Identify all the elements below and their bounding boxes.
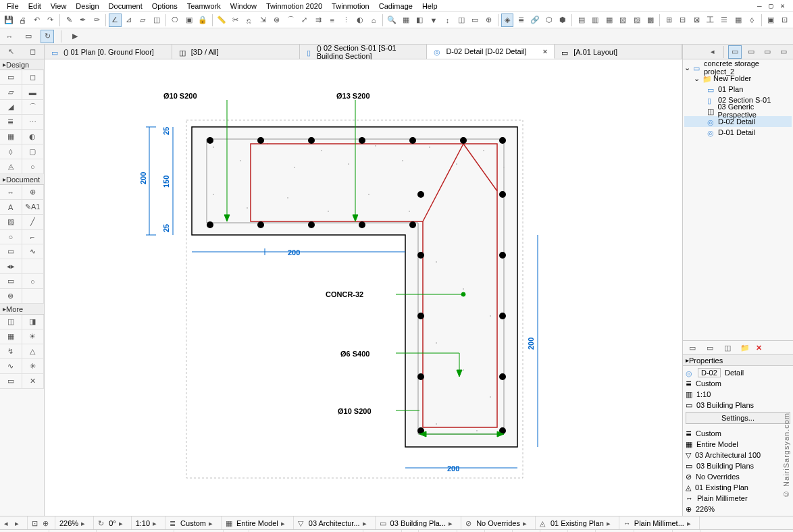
roof-tool-icon[interactable]: ◢ — [0, 100, 22, 115]
quick-exist[interactable]: ◬01 Existing Plan — [686, 482, 790, 493]
scale-value[interactable]: 1:10 — [136, 519, 150, 527]
view1-icon[interactable]: ▤ — [575, 14, 587, 27]
quick-override[interactable]: ⊘No Overrides — [686, 471, 790, 482]
line-tool-icon[interactable]: ╱ — [22, 215, 45, 230]
pointer-mode-icon[interactable]: ↔︎ — [3, 30, 16, 43]
find-icon[interactable]: 🔍 — [386, 14, 398, 27]
menu-window[interactable]: Window — [226, 2, 261, 10]
input-mode-icon[interactable]: ▭ — [22, 30, 35, 43]
dim-value[interactable]: Plain Millimet... — [634, 519, 684, 527]
view3-icon[interactable]: ▦ — [603, 14, 615, 27]
roof-icon[interactable]: ⌂ — [367, 14, 380, 27]
zoom-in-icon[interactable]: ⊕ — [43, 519, 51, 527]
quick-zoom[interactable]: ⊕226% — [686, 504, 790, 514]
intersect-icon[interactable]: ⊗ — [270, 14, 282, 27]
layer-icon[interactable]: ≣ — [515, 14, 527, 27]
view5-icon[interactable]: ▨ — [630, 14, 642, 27]
menu-help[interactable]: Help — [418, 2, 442, 10]
order-icon[interactable]: ↕ — [441, 14, 453, 27]
resize-icon[interactable]: ⤢ — [298, 14, 310, 27]
menu-twinmotion[interactable]: Twinmotion — [328, 2, 374, 10]
view2-icon[interactable]: ▥ — [589, 14, 601, 27]
column-tool-icon[interactable]: ◻ — [22, 70, 45, 85]
tree-item-plan[interactable]: ▭01 Plan — [684, 84, 792, 95]
tab-plan[interactable]: ▭ () 01 Plan [0. Ground Floor] — [45, 45, 172, 59]
override-value[interactable]: No Overrides — [476, 519, 520, 527]
drawing-canvas[interactable]: Ø10 S200 Ø13 S200 CONCR-32 Ø6 S400 Ø10 S… — [45, 59, 682, 516]
save-icon[interactable]: 💾 — [3, 14, 15, 27]
poly-icon[interactable]: ▱ — [136, 14, 149, 27]
menu-document[interactable]: Document — [105, 2, 147, 10]
menu-teamwork[interactable]: Teamwork — [183, 2, 225, 10]
angle-value[interactable]: 0° — [109, 519, 116, 527]
onscreen-icon[interactable]: ◈ — [501, 14, 513, 27]
drawing-tool-icon[interactable]: ▭ — [0, 244, 22, 259]
lock-icon[interactable]: 🔒 — [197, 14, 209, 27]
slab-tool-icon[interactable]: ▱ — [0, 85, 22, 100]
menu-view[interactable]: View — [47, 2, 71, 10]
menu-cadimage[interactable]: Cadimage — [375, 2, 417, 10]
tab-3d[interactable]: ◫ [3D / All] — [172, 45, 300, 59]
exist-value[interactable]: 01 Existing Plan — [551, 519, 604, 527]
polyline-tool-icon[interactable]: ⌐ — [22, 230, 45, 244]
delete-icon[interactable]: ✕ — [756, 344, 762, 352]
tool9-icon[interactable]: ⊡ — [778, 14, 790, 27]
link-icon[interactable]: 🔗 — [529, 14, 541, 27]
tab-detail[interactable]: ◎ D-02 Detail [D-02 Detail] × — [427, 45, 555, 59]
pick-icon[interactable]: ✎ — [63, 14, 75, 27]
rotate-mode-icon[interactable]: ↻ — [41, 30, 54, 43]
marquee-icon[interactable]: ▭ — [469, 14, 481, 27]
inject-icon[interactable]: ✒ — [76, 14, 88, 27]
spline-tool-icon[interactable]: ∿ — [22, 244, 45, 259]
tool4-icon[interactable]: 工 — [705, 14, 717, 27]
layer-toggle-icon[interactable]: ▶ — [68, 30, 82, 43]
expand-icon[interactable]: ⌄ — [684, 63, 690, 72]
filter-icon[interactable]: ▼ — [428, 14, 440, 27]
wall-tool-icon[interactable]: ▭ — [0, 70, 22, 85]
shell-tool-icon[interactable]: ⌒ — [22, 100, 45, 115]
redo-icon[interactable]: ↷ — [44, 14, 56, 27]
nav-prev-icon[interactable]: ◂ — [4, 519, 12, 527]
tool5-icon[interactable]: ☰ — [718, 14, 730, 27]
tool6-icon[interactable]: ▦ — [732, 14, 744, 27]
view6-icon[interactable]: ▩ — [644, 14, 657, 27]
more9-icon[interactable]: ▭ — [0, 374, 22, 389]
label-tool-icon[interactable]: ✎A1 — [22, 200, 45, 215]
fit-icon[interactable]: ⊡ — [32, 519, 40, 527]
fillet-icon[interactable]: ⌒ — [284, 14, 297, 27]
detail-id[interactable]: D-02 — [698, 368, 721, 377]
expand-icon[interactable]: ⌄ — [694, 74, 700, 83]
beam-tool-icon[interactable]: ▬ — [22, 85, 45, 100]
quick-plan[interactable]: ▭03 Building Plans — [686, 460, 790, 471]
morph-icon[interactable]: ◐ — [353, 14, 365, 27]
menu-tm2020[interactable]: Twinmotion 2020 — [262, 2, 326, 10]
object-tool-icon[interactable]: ◊ — [0, 144, 22, 159]
section-tool-icon[interactable]: ⊗ — [0, 289, 22, 304]
group-icon[interactable]: ▣ — [183, 14, 195, 27]
tree-item-perspective[interactable]: ◫03 Generic Perspective — [684, 105, 792, 116]
fill-tool-icon[interactable]: ▨ — [0, 215, 22, 230]
more7-icon[interactable]: ∿ — [0, 359, 22, 374]
menu-options[interactable]: Options — [148, 2, 182, 10]
curtain-tool-icon[interactable]: ▦ — [0, 130, 22, 144]
layer-value[interactable]: Custom — [180, 519, 206, 527]
nav-viewmap-icon[interactable]: ▭ — [744, 45, 758, 59]
tool3-icon[interactable]: ⊠ — [690, 14, 702, 27]
zoom-icon[interactable]: ⊕ — [483, 14, 495, 27]
tree-item-d01[interactable]: ◎D-01 Detail — [684, 127, 792, 138]
cut-value[interactable]: 03 Architectur... — [309, 519, 360, 527]
display-icon[interactable]: ◫ — [455, 14, 467, 27]
edit-icon[interactable]: ◫ — [151, 14, 163, 27]
quick-layer[interactable]: ≣Custom — [686, 428, 790, 439]
clone-view-icon[interactable]: ▭ — [703, 341, 717, 354]
toolgroup-more-head[interactable]: ▸ More — [0, 304, 44, 315]
zone-tool-icon[interactable]: ▢ — [22, 144, 45, 159]
distribute-icon[interactable]: ⋮ — [340, 14, 352, 27]
nav-layoutbook-icon[interactable]: ▭ — [761, 45, 774, 59]
more6-icon[interactable]: △ — [22, 344, 45, 359]
project-name[interactable]: concrete storage project_2 — [704, 59, 792, 76]
nav-publisher-icon[interactable]: ▭ — [777, 45, 790, 59]
quick-cut[interactable]: ▽03 Architectural 100 — [686, 450, 790, 460]
guideline-icon[interactable]: ∠ — [109, 14, 121, 27]
print-icon[interactable]: 🖨 — [16, 14, 28, 27]
